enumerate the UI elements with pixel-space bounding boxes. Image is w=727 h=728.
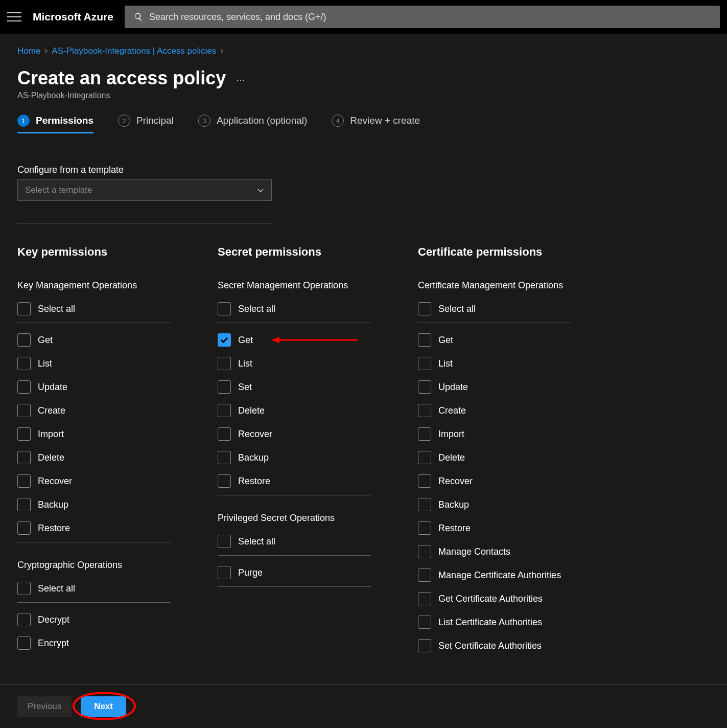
checkbox[interactable] <box>418 333 431 347</box>
tab-step-number: 4 <box>332 115 344 127</box>
checkbox-label: Get <box>38 335 53 346</box>
permission-checkbox-row[interactable]: Recover <box>17 469 171 493</box>
checkbox[interactable] <box>17 636 31 650</box>
checkbox[interactable] <box>418 616 431 629</box>
permission-checkbox-row[interactable]: Create <box>17 399 171 422</box>
divider <box>17 223 272 224</box>
permission-checkbox-row[interactable]: List Certificate Authorities <box>418 610 571 634</box>
permission-checkbox-row[interactable]: Recover <box>418 469 571 493</box>
permission-checkbox-row[interactable]: List <box>218 352 371 375</box>
hamburger-menu-icon[interactable] <box>7 11 21 22</box>
checkbox[interactable] <box>418 568 431 582</box>
permission-checkbox-row[interactable]: Manage Contacts <box>418 540 571 563</box>
permission-checkbox-row[interactable]: Import <box>418 422 571 446</box>
permission-checkbox-row[interactable]: Set Certificate Authorities <box>418 634 571 657</box>
permission-checkbox-row[interactable]: Backup <box>218 446 371 469</box>
checkbox[interactable] <box>418 302 431 315</box>
permission-checkbox-row[interactable]: Set <box>218 375 371 399</box>
permission-checkbox-row[interactable]: Restore <box>218 469 371 493</box>
checkbox[interactable] <box>218 404 231 417</box>
permission-checkbox-row[interactable]: Delete <box>17 446 171 469</box>
select-all-checkbox[interactable]: Select all <box>418 297 571 321</box>
checkbox[interactable] <box>17 498 31 511</box>
permission-checkbox-row[interactable]: Restore <box>17 516 171 540</box>
checkbox[interactable] <box>418 639 431 652</box>
permission-group-label: Key Management Operations <box>17 280 171 291</box>
checkbox[interactable] <box>418 404 431 417</box>
checkbox[interactable] <box>218 380 231 394</box>
template-label: Configure from a template <box>17 165 710 175</box>
permission-checkbox-row[interactable]: Delete <box>218 399 371 422</box>
permission-checkbox-row[interactable]: Delete <box>418 446 571 469</box>
checkbox-label: Delete <box>38 452 64 463</box>
checkbox[interactable] <box>418 427 431 441</box>
checkbox[interactable] <box>418 451 431 464</box>
checkbox-label: Manage Certificate Authorities <box>438 570 561 581</box>
checkbox[interactable] <box>418 474 431 488</box>
breadcrumb-access-policies[interactable]: AS-Playbook-Integrations | Access polici… <box>52 46 216 56</box>
tab-application-optional-[interactable]: 3Application (optional) <box>198 115 307 133</box>
permission-checkbox-row[interactable]: Purge <box>218 561 371 584</box>
tab-permissions[interactable]: 1Permissions <box>17 115 93 133</box>
permission-checkbox-row[interactable]: Backup <box>17 493 171 516</box>
permission-checkbox-row[interactable]: Update <box>17 375 171 399</box>
page-subtitle: AS-Playbook-Integrations <box>0 91 727 115</box>
permission-checkbox-row[interactable]: Import <box>17 422 171 446</box>
permission-checkbox-row[interactable]: Manage Certificate Authorities <box>418 563 571 587</box>
previous-button[interactable]: Previous <box>17 696 72 717</box>
checkbox[interactable] <box>218 474 231 488</box>
permission-group-label: Secret Management Operations <box>218 280 371 291</box>
checkbox-label: Create <box>438 405 466 416</box>
permission-checkbox-row[interactable]: Recover <box>218 422 371 446</box>
search-input[interactable] <box>149 12 711 22</box>
permission-checkbox-row[interactable]: Get <box>418 328 571 352</box>
permission-checkbox-row[interactable]: Get <box>218 328 371 352</box>
checkbox[interactable] <box>218 427 231 441</box>
breadcrumb-home[interactable]: Home <box>17 46 40 56</box>
next-button[interactable]: Next <box>81 696 126 717</box>
permission-checkbox-row[interactable]: Get <box>17 328 171 352</box>
select-all-checkbox[interactable]: Select all <box>218 297 371 321</box>
tab-review-create[interactable]: 4Review + create <box>332 115 420 133</box>
checkbox[interactable] <box>17 613 31 626</box>
more-actions-icon[interactable]: ⋯ <box>236 71 245 85</box>
template-select[interactable]: Select a template <box>17 179 272 201</box>
checkbox[interactable] <box>418 545 431 558</box>
checkbox[interactable] <box>17 380 31 394</box>
select-all-checkbox[interactable]: Select all <box>218 530 371 553</box>
permission-checkbox-row[interactable]: List <box>418 352 571 375</box>
checkbox[interactable] <box>418 357 431 370</box>
permission-checkbox-row[interactable]: Get Certificate Authorities <box>418 587 571 610</box>
checkbox-label: Update <box>438 382 468 393</box>
checkbox[interactable] <box>17 357 31 370</box>
tab-principal[interactable]: 2Principal <box>118 115 174 133</box>
checkbox[interactable] <box>218 566 231 579</box>
permission-checkbox-row[interactable]: Encrypt <box>17 631 171 655</box>
permission-checkbox-row[interactable]: Decrypt <box>17 608 171 631</box>
checkbox[interactable] <box>218 357 231 370</box>
checkbox[interactable] <box>218 302 231 315</box>
checkbox[interactable] <box>218 333 231 347</box>
checkbox[interactable] <box>17 427 31 441</box>
checkbox[interactable] <box>218 535 231 548</box>
checkbox[interactable] <box>17 521 31 535</box>
permission-checkbox-row[interactable]: List <box>17 352 171 375</box>
permission-checkbox-row[interactable]: Backup <box>418 493 571 516</box>
permission-checkbox-row[interactable]: Create <box>418 399 571 422</box>
checkbox[interactable] <box>17 451 31 464</box>
permission-checkbox-row[interactable]: Restore <box>418 516 571 540</box>
checkbox[interactable] <box>418 380 431 394</box>
checkbox[interactable] <box>418 498 431 511</box>
checkbox[interactable] <box>17 474 31 488</box>
checkbox[interactable] <box>218 451 231 464</box>
global-search[interactable] <box>125 6 720 28</box>
checkbox[interactable] <box>418 592 431 605</box>
checkbox[interactable] <box>17 302 31 315</box>
select-all-checkbox[interactable]: Select all <box>17 577 171 600</box>
permission-checkbox-row[interactable]: Update <box>418 375 571 399</box>
checkbox[interactable] <box>17 582 31 595</box>
checkbox[interactable] <box>17 404 31 417</box>
checkbox[interactable] <box>418 521 431 535</box>
select-all-checkbox[interactable]: Select all <box>17 297 171 321</box>
checkbox[interactable] <box>17 333 31 347</box>
